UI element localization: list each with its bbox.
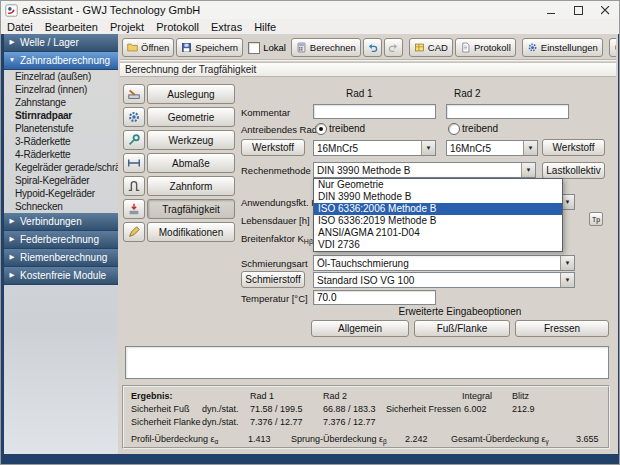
method-label: Rechenmethode — [241, 165, 311, 176]
material-rad1-button[interactable]: Werkstoff — [241, 139, 305, 156]
sidebar-section-verbindungen[interactable]: ▶ Verbindungen — [4, 213, 118, 231]
comment-label: Kommentar — [241, 107, 290, 118]
menu-projekt[interactable]: Projekt — [104, 21, 150, 33]
sidebar-item-spiral-kegelraeder[interactable]: Spiral-Kegelräder — [4, 174, 118, 187]
advanced-options-title: Erweiterte Eingabeoptionen — [311, 306, 609, 317]
sidebar-item-hypoid-kegelraeder[interactable]: Hypoid-Kegelräder — [4, 187, 118, 200]
sidebar-section-welle-lager[interactable]: ▶ Welle / Lager — [4, 34, 118, 52]
sidebar-item-zahnstange[interactable]: Zahnstange — [4, 96, 118, 109]
sidebar-section-kostenfreie-module[interactable]: ▶ Kostenfreie Module — [4, 267, 118, 285]
gear-icon — [527, 42, 538, 53]
sidebar-item-stirnradpaar[interactable]: Stirnradpaar — [4, 109, 118, 122]
auslegung-icon-button[interactable] — [123, 84, 145, 104]
auslegung-button[interactable]: Auslegung — [147, 84, 235, 104]
driving-rad2-radio[interactable] — [448, 123, 460, 135]
material-rad2-combo[interactable]: 16MnCr5 ▼ — [446, 140, 538, 156]
sidebar-section-zahnradberechnung[interactable]: ▼ Zahnradberechnung — [4, 52, 118, 70]
open-button[interactable]: Öffnen — [122, 38, 174, 57]
local-checkbox-group: Lokal — [245, 42, 289, 54]
lubrication-combo[interactable]: Öl-Tauchschmierung ▼ — [313, 255, 575, 271]
sidebar-item-einzelrad-aussen[interactable]: Einzelrad (außen) — [4, 70, 118, 83]
section-label: Verbindungen — [20, 216, 82, 227]
geometrie-button[interactable]: Geometrie — [147, 107, 235, 127]
life-extra-button[interactable]: Tp — [589, 212, 603, 226]
menu-extras[interactable]: Extras — [205, 21, 248, 33]
settings-button[interactable]: Einstellungen — [522, 38, 603, 57]
rad2-column-header: Rad 2 — [454, 88, 481, 99]
material-rad2-button[interactable]: Werkstoff — [542, 139, 605, 156]
flank-safety-label: Sicherheit Flanke — [131, 417, 201, 427]
minimize-button[interactable] — [538, 1, 565, 19]
zahnform-icon-button[interactable] — [123, 176, 145, 196]
tragfaehigkeit-icon-button[interactable] — [123, 199, 145, 219]
root-safety-mode: dyn./stat. — [202, 404, 239, 414]
sidebar-item-planetenstufe[interactable]: Planetenstufe — [4, 122, 118, 135]
werkzeug-icon-button[interactable] — [123, 130, 145, 150]
modifikationen-button[interactable]: Modifikationen — [147, 222, 235, 242]
profile-overlap-value: 1.413 — [248, 434, 271, 444]
dropdown-option-din-3990[interactable]: DIN 3990 Methode B — [314, 191, 562, 203]
profile-overlap-label: Profil-Überdeckung εα — [131, 434, 218, 445]
comment-rad2-input[interactable] — [446, 104, 569, 119]
undo-button[interactable] — [363, 38, 382, 57]
lubricant-button[interactable]: Schmierstoff — [241, 271, 305, 288]
lubricant-value: Standard ISO VG 100 — [314, 273, 560, 287]
save-button[interactable]: Speichern — [176, 38, 243, 57]
material-rad1-combo[interactable]: 16MnCr5 ▼ — [313, 140, 436, 156]
menu-datei[interactable]: Datei — [1, 21, 39, 33]
expanded-arrow-icon: ▼ — [8, 57, 16, 64]
dropdown-option-nur-geometrie[interactable]: Nur Geometrie — [314, 179, 562, 191]
redo-button[interactable] — [384, 38, 403, 57]
sidebar-item-einzelrad-innen[interactable]: Einzelrad (innen) — [4, 83, 118, 96]
folder-icon — [127, 42, 138, 53]
results-integral-header: Integral — [462, 391, 492, 401]
comment-rad1-input[interactable] — [313, 104, 436, 119]
sidebar-item-kegelraeder[interactable]: Kegelräder gerade/schräg — [4, 161, 118, 174]
abmasse-button[interactable]: Abmaße — [147, 153, 235, 173]
sidebar-item-3-raederkette[interactable]: 3-Räderkette — [4, 135, 118, 148]
advanced-scuffing-button[interactable]: Fressen — [515, 320, 609, 337]
dropdown-option-vdi-2736[interactable]: VDI 2736 — [314, 239, 562, 251]
local-label: Lokal — [263, 42, 286, 53]
dropdown-option-iso-6336-2019[interactable]: ISO 6336:2019 Methode B — [314, 215, 562, 227]
dropdown-option-ansi-agma[interactable]: ANSI/AGMA 2101-D04 — [314, 227, 562, 239]
close-button[interactable] — [592, 1, 619, 19]
sidebar-item-schnecken[interactable]: Schnecken — [4, 200, 118, 213]
collapsed-arrow-icon: ▶ — [8, 254, 16, 261]
menu-bearbeiten[interactable]: Bearbeiten — [39, 21, 104, 33]
local-checkbox[interactable] — [248, 42, 260, 54]
total-overlap-label: Gesamt-Überdeckung εγ — [451, 434, 549, 445]
zahnform-button[interactable]: Zahnform — [147, 176, 235, 196]
temperature-input[interactable] — [313, 290, 436, 305]
section-label: Welle / Lager — [20, 37, 79, 48]
tragfaehigkeit-button[interactable]: Tragfähigkeit — [147, 199, 235, 219]
help-button[interactable]: Hilfe — [609, 38, 616, 57]
protocol-button[interactable]: Protokoll — [455, 38, 516, 57]
werkzeug-button[interactable]: Werkzeug — [147, 130, 235, 150]
advanced-general-button[interactable]: Allgemein — [311, 320, 409, 337]
results-title: Ergebnis: — [131, 391, 173, 401]
cad-button[interactable]: CAD — [409, 38, 453, 57]
sidebar-section-riemenberechnung[interactable]: ▶ Riemenberechnung — [4, 249, 118, 267]
advanced-root-flank-button[interactable]: Fuß/Flanke — [414, 320, 510, 337]
material-rad1-value: 16MnCr5 — [314, 141, 421, 155]
design-icon — [127, 87, 141, 101]
abmasse-icon-button[interactable] — [123, 153, 145, 173]
lubricant-combo[interactable]: Standard ISO VG 100 ▼ — [313, 272, 575, 288]
method-combo[interactable]: DIN 3990 Methode B ▼ — [313, 162, 536, 178]
load-spectrum-button[interactable]: Lastkollektiv — [542, 162, 605, 179]
sidebar-item-4-raederkette[interactable]: 4-Räderkette — [4, 148, 118, 161]
tool-icon — [127, 133, 141, 147]
nav-row-modifikationen: Modifikationen — [123, 222, 235, 242]
menu-protokoll[interactable]: Protokoll — [150, 21, 205, 33]
sidebar-section-federberechnung[interactable]: ▶ Federberechnung — [4, 231, 118, 249]
maximize-button[interactable] — [565, 1, 592, 19]
menu-hilfe[interactable]: Hilfe — [248, 21, 282, 33]
driving-rad1-radio[interactable] — [315, 123, 327, 135]
modifikationen-icon-button[interactable] — [123, 222, 145, 242]
flank-safety-rad1: 7.376 / 12.77 — [250, 417, 303, 427]
calculate-button[interactable]: Berechnen — [291, 38, 361, 57]
geometrie-icon-button[interactable] — [123, 107, 145, 127]
pencil-icon — [127, 225, 141, 239]
dropdown-option-iso-6336-2006[interactable]: ISO 6336:2006 Methode B — [314, 203, 562, 215]
